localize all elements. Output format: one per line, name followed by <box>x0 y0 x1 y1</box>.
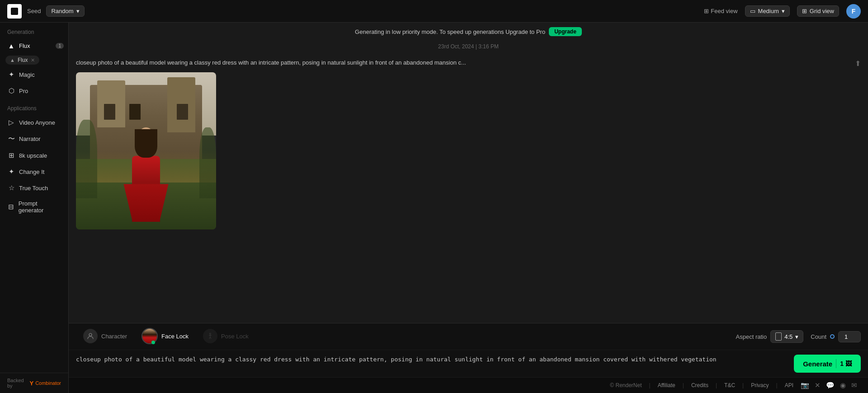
generate-divider <box>836 359 836 368</box>
sidebar-item-magic[interactable]: ✦ Magic <box>0 66 68 83</box>
seed-dropdown[interactable]: Random ▾ <box>46 5 84 17</box>
timestamp: 23rd Oct, 2024 | 3:16 PM <box>76 41 861 55</box>
true-touch-icon: ☆ <box>7 184 15 192</box>
prompt-generator-icon: ⊟ <box>7 203 15 211</box>
pose-lock-icon <box>203 329 217 343</box>
bottom-controls: Character Face Lock <box>69 323 868 377</box>
tab-character[interactable]: Character <box>76 324 134 349</box>
content: Generating in low priority mode. To spee… <box>69 23 868 393</box>
discord-icon[interactable]: 💬 <box>826 381 835 389</box>
medium-icon: ▭ <box>750 8 755 14</box>
credits-link[interactable]: Credits <box>691 382 708 388</box>
sidebar-item-8k-upscale[interactable]: ⊞ 8k upscale <box>0 147 68 164</box>
backed-by-label: Backed by <box>7 378 28 388</box>
generated-image[interactable] <box>76 72 216 229</box>
pro-icon: ⬡ <box>7 87 15 95</box>
api-link[interactable]: API <box>785 382 793 388</box>
sidebar-change-it-label: Change It <box>19 168 44 175</box>
aspect-ratio-chevron-icon: ▾ <box>795 333 798 340</box>
feed-view-label: Feed view <box>711 8 737 14</box>
notification-bar: Generating in low priority mode. To spee… <box>69 23 868 41</box>
generation-section-label: Generation <box>0 23 68 38</box>
instagram-icon[interactable]: 📷 <box>801 381 809 389</box>
medium-button[interactable]: ▭ Medium ▾ <box>745 5 790 17</box>
tab-pose-lock: Pose Lock <box>196 324 256 349</box>
change-it-icon: ✦ <box>7 168 15 176</box>
backed-by: Backed by Y Combinator <box>7 378 61 388</box>
sidebar-bottom: Backed by Y Combinator <box>0 373 68 393</box>
narrator-icon: 〜 <box>7 135 15 143</box>
affiliate-link[interactable]: Affiliate <box>658 382 675 388</box>
aspect-ratio-button[interactable]: 4:5 ▾ <box>770 330 803 343</box>
sidebar-item-change-it[interactable]: ✦ Change It <box>0 164 68 180</box>
character-tab-label: Character <box>101 333 127 340</box>
sidebar-item-narrator[interactable]: 〜 Narrator <box>0 131 68 147</box>
combinator-link[interactable]: Combinator <box>35 380 61 386</box>
sidebar-item-flux[interactable]: ▲ Flux 1 <box>0 38 68 54</box>
upgrade-button[interactable]: Upgrade <box>549 27 582 36</box>
avatar-letter: F <box>852 8 856 15</box>
topbar-right: ⊞ Feed view ▭ Medium ▾ ⊞ Grid view F <box>704 4 861 19</box>
aspect-rect-icon <box>775 332 782 341</box>
main-layout: Generation ▲ Flux 1 ▲ Flux ✕ ✦ Magic ⬡ P… <box>0 23 868 393</box>
face-lock-thumbnail <box>142 328 158 344</box>
flux-badge: 1 <box>56 43 64 49</box>
generated-images <box>76 72 861 235</box>
aspect-ratio-value: 4:5 <box>784 333 793 340</box>
topbar: Seed Random ▾ ⊞ Feed view ▭ Medium ▾ ⊞ G… <box>0 0 868 23</box>
flux-chip-close-icon[interactable]: ✕ <box>31 57 35 63</box>
count-input[interactable] <box>838 331 861 342</box>
flux-chip-icon: ▲ <box>10 57 15 63</box>
prompt-short-text: closeup photo of a beautiful model weari… <box>76 59 849 67</box>
sidebar-flux-label: Flux <box>19 42 30 49</box>
avatar[interactable]: F <box>846 4 861 19</box>
reddit-icon[interactable]: ◉ <box>840 381 846 389</box>
svg-point-0 <box>89 333 92 336</box>
sidebar-narrator-label: Narrator <box>19 136 41 142</box>
video-anyone-icon: ▷ <box>7 118 15 126</box>
generate-label: Generate <box>803 360 832 368</box>
flux-icon: ▲ <box>7 42 15 50</box>
control-tabs: Character Face Lock <box>69 323 868 350</box>
grid-view-icon: ⊞ <box>802 8 807 14</box>
tandc-link[interactable]: T&C <box>724 382 735 388</box>
twitter-x-icon[interactable]: ✕ <box>815 381 821 389</box>
generate-image-icon: 🖼 <box>845 360 852 367</box>
sidebar-item-video-anyone[interactable]: ▷ Video Anyone <box>0 114 68 131</box>
grid-view-button[interactable]: ⊞ Grid view <box>797 5 839 17</box>
privacy-link[interactable]: Privacy <box>751 382 769 388</box>
prompt-input-row: closeup photo of a beautiful model weari… <box>69 350 868 377</box>
prompt-input[interactable]: closeup photo of a beautiful model weari… <box>76 356 788 372</box>
seed-value: Random <box>51 8 73 14</box>
sidebar-true-touch-label: True Touch <box>19 185 48 192</box>
character-avatar-icon <box>83 329 98 343</box>
svg-point-1 <box>210 333 211 334</box>
sidebar-item-true-touch[interactable]: ☆ True Touch <box>0 180 68 196</box>
feed-view-icon: ⊞ <box>704 8 709 14</box>
sidebar-video-anyone-label: Video Anyone <box>19 119 55 126</box>
sidebar-upscale-label: 8k upscale <box>19 152 47 159</box>
sidebar-prompt-generator-label: Prompt generator <box>19 200 61 214</box>
svg-line-4 <box>209 337 210 339</box>
magic-icon: ✦ <box>7 70 15 79</box>
medium-label: Medium <box>758 8 779 14</box>
seed-chevron-icon: ▾ <box>76 8 80 14</box>
feed-view-button[interactable]: ⊞ Feed view <box>704 8 737 14</box>
notification-message: Generating in low priority mode. To spee… <box>355 28 545 35</box>
sidebar: Generation ▲ Flux 1 ▲ Flux ✕ ✦ Magic ⬡ P… <box>0 23 69 393</box>
email-icon[interactable]: ✉ <box>851 381 857 389</box>
seed-label: Seed <box>27 8 41 14</box>
y-combinator-logo: Y <box>29 380 33 387</box>
applications-section-label: Applications <box>0 99 68 114</box>
generate-button[interactable]: Generate 1 🖼 <box>794 355 861 373</box>
save-icon[interactable]: ⬆ <box>855 59 861 69</box>
generate-count: 1 🖼 <box>840 360 852 367</box>
count-label: Count <box>811 333 826 340</box>
grid-view-label: Grid view <box>810 8 834 14</box>
sidebar-item-prompt-generator[interactable]: ⊟ Prompt generator <box>0 196 68 218</box>
medium-chevron-icon: ▾ <box>782 8 785 14</box>
sidebar-item-pro[interactable]: ⬡ Pro <box>0 83 68 99</box>
flux-chip: ▲ Flux ✕ <box>5 56 39 65</box>
tab-face-lock[interactable]: Face Lock <box>134 323 196 350</box>
pose-lock-tab-label: Pose Lock <box>221 333 249 340</box>
